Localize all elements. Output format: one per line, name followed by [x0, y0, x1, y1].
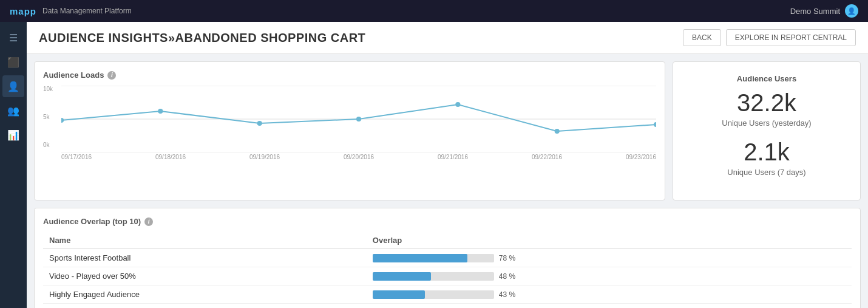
x-label-2: 09/19/2016: [249, 154, 280, 160]
user-name: Demo Summit: [790, 7, 840, 16]
logo: mapp: [10, 6, 36, 16]
bar-bg: [373, 290, 494, 299]
page-title: AUDIENCE INSIGHTS»ABANDONED SHOPPING CAR…: [39, 31, 365, 45]
x-label-3: 09/20/2016: [344, 154, 374, 160]
x-label-0: 09/17/2016: [61, 154, 92, 160]
main-content: AUDIENCE INSIGHTS»ABANDONED SHOPPING CAR…: [27, 22, 868, 308]
chart-area: [61, 86, 656, 152]
topbar: mapp Data Management Platform Demo Summi…: [0, 0, 868, 22]
stat2-value: 2.1k: [744, 139, 790, 165]
overlap-table: Name Overlap Sports Interest Football 78…: [43, 232, 852, 308]
svg-point-5: [257, 121, 262, 126]
row-name: Highly Engaged Audience: [43, 286, 367, 304]
layout: ☰ ⬛ 👤 👥 📊 AUDIENCE INSIGHTS»ABANDONED SH…: [0, 22, 868, 308]
bar-bg: [373, 272, 494, 281]
audience-users-card: Audience Users 32.2k Unique Users (yeste…: [673, 61, 861, 200]
bar-bg: [373, 254, 494, 262]
bar-pct: 48 %: [499, 272, 515, 281]
audience-loads-card: Audience Loads i 10k 5k 0k: [34, 61, 665, 200]
overlap-title: Audience Overlap (top 10) i: [43, 217, 852, 226]
chart-x-labels: 09/17/2016 09/18/2016 09/19/2016 09/20/2…: [61, 154, 656, 160]
x-label-4: 09/21/2016: [438, 154, 468, 160]
svg-point-9: [654, 122, 656, 127]
row-bar-cell: 43 %: [367, 286, 852, 304]
audience-loads-title: Audience Loads i: [43, 70, 656, 80]
row-name: Video - Played over 50%: [43, 267, 367, 286]
top-row: Audience Loads i 10k 5k 0k: [27, 54, 868, 208]
x-label-5: 09/22/2016: [532, 154, 562, 160]
col-overlap: Overlap: [367, 232, 852, 249]
analytics-icon: ⬛: [7, 56, 19, 68]
sidebar-item-menu[interactable]: ☰: [2, 27, 24, 49]
audience-users-title: Audience Users: [737, 74, 796, 83]
stat1-label: Unique Users (yesterday): [722, 118, 811, 128]
x-label-6: 09/23/2016: [626, 154, 656, 160]
stat1-value: 32.2k: [737, 89, 796, 116]
svg-point-4: [158, 109, 163, 114]
row-bar-cell: 13 %: [367, 304, 852, 309]
audience-loads-info-icon[interactable]: i: [107, 71, 116, 80]
bar-fill: [373, 290, 425, 299]
table-row: Converted Users 13 %: [43, 304, 852, 309]
page-header: AUDIENCE INSIGHTS»ABANDONED SHOPPING CAR…: [27, 22, 868, 54]
row-name: Sports Interest Football: [43, 249, 367, 267]
bar-fill: [373, 272, 431, 281]
row-name: Converted Users: [43, 304, 367, 309]
overlap-info-icon[interactable]: i: [144, 217, 153, 226]
explore-button[interactable]: EXPLORE IN REPORT CENTRAL: [726, 29, 856, 46]
sidebar-item-analytics[interactable]: ⬛: [2, 51, 24, 73]
platform-label: Data Management Platform: [42, 7, 132, 15]
row-bar-cell: 78 %: [367, 249, 852, 267]
svg-point-3: [61, 118, 64, 123]
reports-icon: 📊: [7, 129, 19, 141]
bar-wrapper: 48 %: [373, 272, 846, 281]
chart-y-labels: 10k 5k 0k: [43, 86, 60, 148]
x-label-1: 09/18/2016: [155, 154, 186, 160]
bar-wrapper: 43 %: [373, 290, 846, 299]
sidebar: ☰ ⬛ 👤 👥 📊: [0, 22, 27, 308]
bar-wrapper: 78 %: [373, 254, 846, 262]
row-bar-cell: 48 %: [367, 267, 852, 286]
back-button[interactable]: BACK: [683, 29, 721, 46]
y-label-mid: 5k: [43, 114, 58, 120]
bar-pct: 43 %: [499, 290, 515, 299]
svg-point-8: [555, 129, 560, 134]
svg-point-6: [356, 117, 361, 121]
topbar-left: mapp Data Management Platform: [10, 6, 132, 16]
menu-icon: ☰: [9, 32, 18, 44]
users-icon: 👤: [7, 81, 19, 92]
table-row: Video - Played over 50% 48 %: [43, 267, 852, 286]
svg-point-7: [455, 102, 460, 107]
bar-pct: 78 %: [499, 254, 515, 262]
table-row: Sports Interest Football 78 %: [43, 249, 852, 267]
sidebar-item-reports[interactable]: 📊: [2, 124, 24, 146]
topbar-right: Demo Summit 👤: [790, 4, 858, 18]
chart-wrapper: 10k 5k 0k: [43, 86, 656, 160]
sidebar-item-users[interactable]: 👤: [2, 75, 24, 97]
col-name: Name: [43, 232, 367, 249]
header-buttons: BACK EXPLORE IN REPORT CENTRAL: [683, 29, 856, 46]
sidebar-item-groups[interactable]: 👥: [2, 100, 24, 121]
groups-icon: 👥: [7, 105, 19, 117]
y-label-bot: 0k: [43, 142, 58, 148]
stat2-label: Unique Users (7 days): [727, 168, 805, 177]
user-avatar[interactable]: 👤: [845, 4, 858, 18]
chart-svg: [61, 86, 656, 152]
y-label-top: 10k: [43, 86, 58, 92]
audience-overlap-card: Audience Overlap (top 10) i Name Overlap…: [34, 208, 861, 308]
bar-fill: [373, 254, 467, 262]
table-row: Highly Engaged Audience 43 %: [43, 286, 852, 304]
